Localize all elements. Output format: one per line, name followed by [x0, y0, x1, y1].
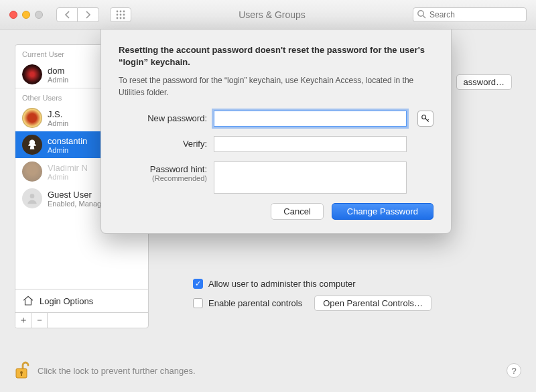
parental-label: Enable parental controls	[208, 298, 302, 308]
svg-point-8	[123, 17, 125, 19]
avatar-icon	[22, 108, 42, 128]
svg-point-6	[117, 17, 119, 19]
allow-admin-checkbox[interactable]: ✓	[193, 279, 203, 289]
svg-point-4	[120, 13, 122, 15]
chevron-left-icon	[64, 11, 70, 19]
lock-text: Click the lock to prevent further change…	[38, 366, 196, 376]
user-role: Admin	[48, 146, 87, 154]
svg-point-9	[418, 10, 423, 15]
sheet-subtext: To reset the password for the “login” ke…	[119, 75, 433, 99]
search-icon	[417, 9, 426, 19]
user-name: constantin	[48, 136, 87, 146]
window-title: Users & Groups	[138, 9, 406, 20]
help-button[interactable]: ?	[507, 363, 521, 378]
home-icon	[22, 295, 34, 307]
new-password-label: New password:	[119, 111, 207, 123]
nav-buttons	[56, 7, 99, 22]
minimize-window-button[interactable]	[22, 11, 30, 19]
svg-point-11	[30, 194, 35, 198]
cancel-button[interactable]: Cancel	[271, 203, 323, 220]
add-user-button[interactable]: ＋	[15, 313, 31, 328]
search-wrap	[413, 7, 527, 22]
login-options-row[interactable]: Login Options	[15, 289, 148, 312]
user-name: Vladimir N	[48, 163, 88, 173]
svg-point-3	[117, 13, 119, 15]
lock-footer: Click the lock to prevent further change…	[15, 361, 521, 380]
chevron-right-icon	[85, 11, 91, 19]
search-input[interactable]	[413, 7, 527, 22]
login-options-label: Login Options	[40, 296, 93, 306]
parental-checkbox[interactable]	[193, 298, 203, 308]
user-name: dom	[48, 66, 68, 76]
svg-point-7	[120, 17, 122, 19]
checkbox-group: ✓ Allow user to administer this computer…	[193, 279, 512, 311]
open-parental-button[interactable]: Open Parental Controls…	[314, 296, 431, 311]
allow-admin-label: Allow user to administer this computer	[208, 279, 356, 289]
sheet-heading: Resetting the account password doesn't r…	[119, 44, 433, 68]
sheet-button-row: Cancel Change Password	[119, 203, 433, 220]
new-password-input[interactable]	[214, 111, 407, 127]
grid-icon	[116, 10, 125, 19]
svg-line-10	[423, 15, 425, 18]
password-reset-sheet: Resetting the account password doesn't r…	[100, 29, 452, 234]
remove-user-button[interactable]: －	[31, 313, 48, 328]
titlebar: Users & Groups	[0, 0, 536, 29]
avatar-icon	[22, 64, 42, 84]
verify-label: Verify:	[119, 136, 207, 149]
avatar-icon	[22, 188, 42, 208]
svg-point-1	[120, 10, 122, 12]
lock-open-icon[interactable]	[15, 361, 29, 380]
user-name: J.S.	[48, 109, 68, 119]
parental-row: Enable parental controls Open Parental C…	[193, 296, 512, 311]
zoom-window-button[interactable]	[35, 11, 43, 19]
hint-label: Password hint: (Recommended)	[119, 161, 207, 182]
svg-point-2	[123, 10, 125, 12]
change-password-button[interactable]: assword…	[456, 74, 512, 90]
allow-admin-row: ✓ Allow user to administer this computer	[193, 279, 512, 289]
svg-point-5	[123, 13, 125, 15]
user-role: Admin	[48, 76, 68, 84]
hint-recommended: (Recommended)	[119, 174, 207, 182]
user-role: Admin	[48, 119, 68, 127]
svg-point-0	[117, 10, 119, 12]
close-window-button[interactable]	[9, 11, 17, 19]
key-icon	[421, 114, 430, 123]
password-hint-input[interactable]	[214, 161, 407, 194]
traffic-lights	[9, 11, 43, 19]
password-form: New password: Verify: Password hint: (Re…	[119, 111, 433, 194]
avatar-icon	[22, 135, 42, 155]
show-all-button[interactable]	[110, 7, 131, 22]
nav-back-button[interactable]	[56, 7, 78, 22]
add-remove-bar: ＋ －	[15, 312, 148, 328]
change-password-confirm-button[interactable]: Change Password	[332, 203, 433, 220]
verify-password-input[interactable]	[214, 136, 407, 152]
avatar-icon	[22, 161, 42, 182]
user-role: Admin	[48, 173, 88, 181]
password-assistant-button[interactable]	[417, 111, 433, 127]
svg-rect-14	[21, 373, 22, 376]
nav-forward-button[interactable]	[78, 7, 99, 22]
